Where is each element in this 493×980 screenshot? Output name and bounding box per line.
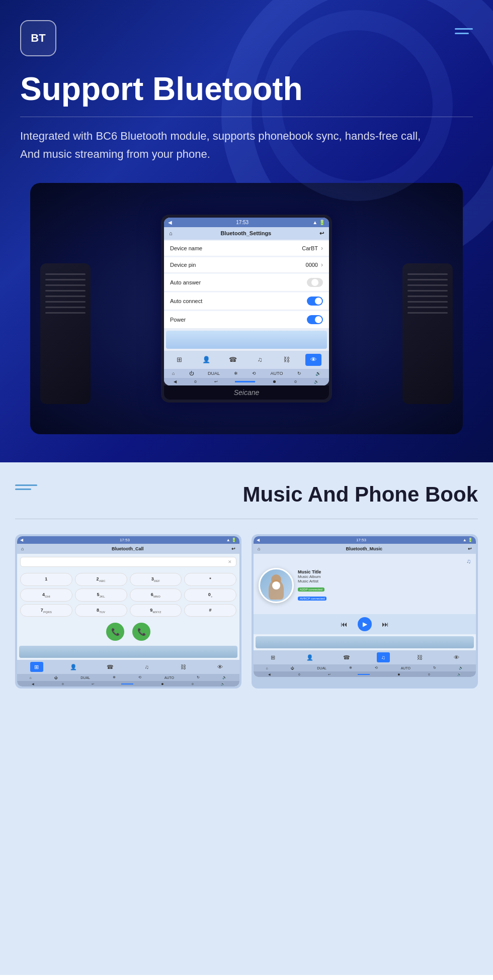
hero-top-bar: BT (20, 20, 473, 56)
car-container: ◀ 17:53 ▲ 🔋 ⌂ Bluetooth_Settings ↩ Devic… (20, 183, 473, 434)
device-name-value: CarBT (302, 245, 318, 251)
dial-0[interactable]: 0+ (184, 589, 236, 602)
bt-logo: BT (20, 20, 56, 56)
music-icon[interactable]: ♫ (252, 354, 268, 366)
screen-bottom-nav: ⊞ 👤 ☎ ♫ ⛓ 👁 (164, 351, 329, 369)
dial-grid: 1 2ABC 3DEF * 4GHI 5JKL 6MNO 0+ 7PQRS 8T… (17, 570, 239, 620)
auto-connect-toggle[interactable] (307, 297, 323, 306)
eye-icon[interactable]: 👁 (450, 652, 463, 662)
status-icons: ▲ 🔋 (312, 220, 325, 225)
section-divider (15, 519, 478, 519)
device-name-label: Device name (170, 245, 202, 251)
car-background: ◀ 17:53 ▲ 🔋 ⌂ Bluetooth_Settings ↩ Devic… (30, 183, 463, 434)
phone-icon[interactable]: ☎ (104, 662, 117, 672)
power-label: Power (170, 317, 186, 323)
hamburger-menu[interactable] (455, 28, 473, 34)
call-panel-bottom-nav: ⊞ 👤 ☎ ♫ ⛓ 👁 (17, 660, 239, 674)
user-icon[interactable]: 👤 (67, 662, 80, 672)
call-back-nav-icon[interactable]: ↩ (231, 546, 235, 551)
music-note-icon: ♫ (257, 557, 473, 566)
power-row[interactable]: Power (164, 311, 329, 329)
dial-6[interactable]: 6MNO (130, 589, 182, 602)
device-pin-label: Device pin (170, 262, 196, 268)
grid-icon[interactable]: ⊞ (172, 354, 188, 366)
phone-icon[interactable]: ☎ (340, 652, 353, 662)
section-title: Music And Phone Book (243, 482, 478, 507)
device-name-row[interactable]: Device name CarBT › (164, 241, 329, 256)
call-back-icon[interactable]: ◀ (20, 538, 23, 542)
call-status-icons: ▲ 🔋 (226, 538, 236, 542)
device-pin-row[interactable]: Device pin 0000 › (164, 257, 329, 273)
system-bar-2: ◀0↩⏺0🔊 (164, 378, 329, 385)
link-icon[interactable]: ⛓ (177, 662, 190, 672)
answer-call-button[interactable]: 📞 (106, 623, 124, 641)
right-vent (402, 263, 453, 404)
dial-star[interactable]: * (184, 573, 236, 586)
call-nav-bar: ⌂ Bluetooth_Call ↩ (17, 544, 239, 554)
status-time: 17:53 (236, 220, 249, 225)
music-home-icon[interactable]: ⌂ (258, 546, 260, 551)
next-track-icon[interactable]: ⏭ (382, 620, 389, 628)
call-panel: ◀ 17:53 ▲ 🔋 ⌂ Bluetooth_Call ↩ ✕ 1 (15, 534, 241, 689)
redial-button[interactable]: 📞 (132, 623, 150, 641)
link-icon[interactable]: ⛓ (279, 354, 295, 366)
music-controls: ⏮ ▶ ⏭ (254, 614, 476, 634)
eye-icon[interactable]: 👁 (214, 662, 227, 672)
home-icon[interactable]: ⌂ (169, 230, 173, 236)
power-toggle[interactable] (307, 315, 323, 324)
dial-8[interactable]: 8TUV (75, 604, 127, 617)
grid-icon[interactable]: ⊞ (30, 662, 43, 672)
music-panel: ◀ 17:53 ▲ 🔋 ⌂ Bluetooth_Music ↩ ♫ (252, 534, 478, 689)
camera-icon[interactable]: 👁 (305, 354, 321, 366)
back-icon[interactable]: ↩ (319, 230, 324, 237)
call-sys-bar-2: ◀0↩⏺0🔊 (17, 681, 239, 687)
avrcp-badge: AVRCP connected (298, 597, 326, 601)
section-hamburger[interactable] (15, 484, 37, 490)
dial-9[interactable]: 9WXYZ (130, 604, 182, 617)
auto-answer-row[interactable]: Auto answer (164, 274, 329, 291)
music-icon[interactable]: ♫ (140, 662, 153, 672)
call-time: 17:53 (120, 538, 130, 542)
back-arrow-icon[interactable]: ◀ (168, 220, 172, 225)
play-button[interactable]: ▶ (358, 617, 372, 631)
section-header: Music And Phone Book (15, 482, 478, 507)
device-pin-value: 0000 (306, 262, 318, 268)
hero-divider (20, 117, 473, 117)
music-back-nav-icon[interactable]: ↩ (468, 546, 472, 551)
music-icon[interactable]: ♫ (377, 652, 390, 662)
music-title: Music Title (298, 569, 471, 574)
dial-5[interactable]: 5JKL (75, 589, 127, 602)
user-icon[interactable]: 👤 (198, 354, 214, 366)
hero-title: Support Bluetooth (20, 71, 473, 107)
call-search-bar[interactable]: ✕ (20, 557, 236, 567)
prev-track-icon[interactable]: ⏮ (341, 620, 348, 628)
hero-description: Integrated with BC6 Bluetooth module, su… (20, 127, 473, 162)
phone-icon[interactable]: ☎ (225, 354, 241, 366)
dial-hash[interactable]: # (184, 604, 236, 617)
music-back-icon[interactable]: ◀ (257, 538, 260, 542)
clear-icon[interactable]: ✕ (228, 559, 232, 564)
a2dp-badge: A2DP connected (298, 587, 324, 592)
dial-3[interactable]: 3DEF (130, 573, 182, 586)
music-panel-bottom-nav: ⊞ 👤 ☎ ♫ ⛓ 👁 (254, 650, 476, 664)
main-screen-mockup: ◀ 17:53 ▲ 🔋 ⌂ Bluetooth_Settings ↩ Devic… (161, 215, 332, 403)
search-placeholder (25, 559, 26, 564)
link-icon[interactable]: ⛓ (414, 652, 427, 662)
settings-list: Device name CarBT › Device pin 0000 › (164, 241, 329, 329)
screen-status-bar: ◀ 17:53 ▲ 🔋 (164, 218, 329, 227)
call-home-icon[interactable]: ⌂ (21, 546, 24, 551)
user-icon[interactable]: 👤 (303, 652, 316, 662)
dial-4[interactable]: 4GHI (20, 589, 72, 602)
dial-7[interactable]: 7PQRS (20, 604, 72, 617)
hero-section: BT Support Bluetooth Integrated with BC6… (0, 0, 493, 462)
panels-container: ◀ 17:53 ▲ 🔋 ⌂ Bluetooth_Call ↩ ✕ 1 (15, 534, 478, 689)
system-bar-1: ⌂⏻DUAL❄⟲AUTO↻🔊 (164, 369, 329, 378)
grid-icon[interactable]: ⊞ (267, 652, 280, 662)
auto-connect-row[interactable]: Auto connect (164, 292, 329, 310)
auto-answer-toggle[interactable] (307, 278, 323, 287)
dial-1[interactable]: 1 (20, 573, 72, 586)
dial-2[interactable]: 2ABC (75, 573, 127, 586)
music-album: Music Album (298, 574, 471, 579)
music-time: 17:53 (356, 538, 366, 542)
bottom-section: Music And Phone Book ◀ 17:53 ▲ 🔋 ⌂ Bluet… (0, 462, 493, 975)
